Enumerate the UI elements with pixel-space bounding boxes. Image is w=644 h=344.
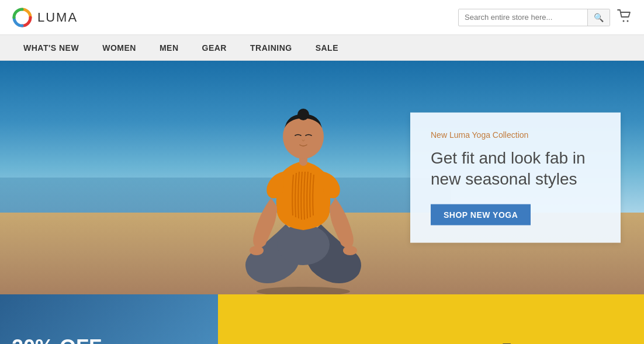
hero-section: New Luma Yoga Collection Get fit and loo… [0,61,644,294]
bottom-banners: 20% OFF Even more ways... [0,294,644,344]
yoga-person-svg [216,72,391,294]
svg-point-9 [297,109,309,120]
nav-item-gear: Gear [191,36,238,60]
hero-person-figure [210,67,397,294]
svg-point-3 [257,287,350,294]
nav-item-sale: Sale [304,36,350,60]
banner-left-text: 20% OFF [12,337,102,344]
nav-link-men[interactable]: Men [148,36,191,60]
banner-left[interactable]: 20% OFF [0,294,218,344]
nav-item-whats-new: What's New [12,36,91,60]
nav-item-men: Men [148,36,191,60]
search-button[interactable]: 🔍 [587,9,610,26]
search-bar: 🔍 [458,9,610,26]
cart-icon[interactable] [617,9,632,25]
nav-link-gear[interactable]: Gear [191,36,238,60]
svg-point-2 [627,20,629,22]
nav-link-whats-new[interactable]: What's New [12,36,91,60]
main-nav: What's New Women Men Gear Training Sale [0,35,644,61]
nav-link-women[interactable]: Women [91,36,148,60]
search-input[interactable] [459,9,587,25]
promo-title: Get fit and look fab in new seasonal sty… [431,148,600,190]
svg-point-5 [250,246,264,255]
nav-item-training: Training [238,36,304,60]
svg-point-6 [343,246,357,255]
logo-text: LUMA [37,10,78,25]
promo-card: New Luma Yoga Collection Get fit and loo… [410,113,621,243]
header-right: 🔍 [458,9,632,26]
svg-point-4 [277,224,330,265]
header: LUMA 🔍 [0,0,644,35]
svg-point-1 [623,20,625,22]
logo-link[interactable]: LUMA [12,7,78,28]
nav-link-sale[interactable]: Sale [304,36,350,60]
banner-right-text: Even more ways... [501,340,626,344]
banner-right[interactable]: Even more ways... [218,294,644,344]
nav-link-training[interactable]: Training [238,36,304,60]
promo-subtitle: New Luma Yoga Collection [431,130,600,140]
logo-icon [12,7,33,28]
shop-new-yoga-button[interactable]: Shop New Yoga [431,204,531,225]
nav-item-women: Women [91,36,148,60]
nav-list: What's New Women Men Gear Training Sale [12,36,350,60]
